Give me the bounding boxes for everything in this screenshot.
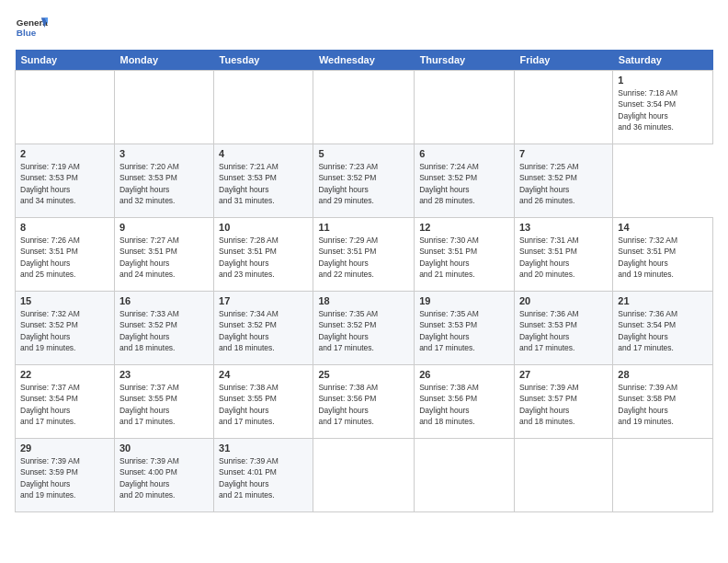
day-number: 6 — [419, 148, 509, 159]
empty-day-cell — [514, 71, 612, 144]
day-cell: 31 Sunrise: 7:39 AMSunset: 4:01 PMDaylig… — [214, 439, 313, 512]
calendar-body: 1 Sunrise: 7:18 AMSunset: 3:54 PMDayligh… — [16, 71, 713, 512]
day-number: 9 — [119, 222, 209, 233]
day-info: Sunrise: 7:19 AMSunset: 3:53 PMDaylight … — [20, 161, 109, 206]
day-cell: 2 Sunrise: 7:19 AMSunset: 3:53 PMDayligh… — [16, 144, 115, 218]
calendar-week-row: 29 Sunrise: 7:39 AMSunset: 3:59 PMDaylig… — [16, 439, 713, 512]
day-cell: 12 Sunrise: 7:30 AMSunset: 3:51 PMDaylig… — [415, 218, 515, 292]
day-info: Sunrise: 7:37 AMSunset: 3:55 PMDaylight … — [119, 382, 209, 427]
day-cell: 26 Sunrise: 7:38 AMSunset: 3:56 PMDaylig… — [415, 365, 515, 439]
calendar-week-row: 8 Sunrise: 7:26 AMSunset: 3:51 PMDayligh… — [16, 218, 713, 292]
day-cell: 18 Sunrise: 7:35 AMSunset: 3:52 PMDaylig… — [313, 292, 415, 365]
day-info: Sunrise: 7:27 AMSunset: 3:51 PMDaylight … — [119, 235, 209, 280]
day-info: Sunrise: 7:36 AMSunset: 3:53 PMDaylight … — [519, 308, 608, 353]
day-cell: 1 Sunrise: 7:18 AMSunset: 3:54 PMDayligh… — [613, 71, 713, 144]
day-cell: 15 Sunrise: 7:32 AMSunset: 3:52 PMDaylig… — [16, 292, 115, 365]
empty-day-cell — [16, 71, 115, 144]
day-info: Sunrise: 7:38 AMSunset: 3:56 PMDaylight … — [419, 382, 509, 427]
day-info: Sunrise: 7:35 AMSunset: 3:52 PMDaylight … — [318, 308, 409, 353]
day-number: 4 — [219, 148, 308, 159]
calendar-header-row: SundayMondayTuesdayWednesdayThursdayFrid… — [16, 50, 713, 71]
day-info: Sunrise: 7:37 AMSunset: 3:54 PMDaylight … — [20, 382, 109, 427]
empty-day-cell — [613, 439, 713, 512]
empty-day-cell — [313, 71, 415, 144]
empty-day-cell — [114, 71, 213, 144]
day-cell: 14 Sunrise: 7:32 AMSunset: 3:51 PMDaylig… — [613, 218, 713, 292]
day-info: Sunrise: 7:20 AMSunset: 3:53 PMDaylight … — [119, 161, 209, 206]
day-number: 25 — [318, 369, 409, 380]
day-cell: 30 Sunrise: 7:39 AMSunset: 4:00 PMDaylig… — [114, 439, 213, 512]
header: General Blue — [15, 11, 713, 44]
empty-day-cell — [415, 71, 515, 144]
day-info: Sunrise: 7:39 AMSunset: 4:00 PMDaylight … — [119, 455, 209, 500]
day-cell: 9 Sunrise: 7:27 AMSunset: 3:51 PMDayligh… — [114, 218, 213, 292]
day-number: 19 — [419, 295, 509, 306]
logo: General Blue — [15, 11, 48, 44]
day-number: 3 — [119, 148, 209, 159]
day-of-week-header: Tuesday — [214, 50, 313, 71]
calendar-week-row: 22 Sunrise: 7:37 AMSunset: 3:54 PMDaylig… — [16, 365, 713, 439]
day-of-week-header: Friday — [514, 50, 612, 71]
day-cell: 21 Sunrise: 7:36 AMSunset: 3:54 PMDaylig… — [613, 292, 713, 365]
day-info: Sunrise: 7:29 AMSunset: 3:51 PMDaylight … — [318, 235, 409, 280]
day-number: 11 — [318, 222, 409, 233]
day-info: Sunrise: 7:39 AMSunset: 3:59 PMDaylight … — [20, 455, 109, 500]
day-number: 14 — [618, 222, 708, 233]
day-cell: 16 Sunrise: 7:33 AMSunset: 3:52 PMDaylig… — [114, 292, 213, 365]
day-info: Sunrise: 7:39 AMSunset: 3:57 PMDaylight … — [519, 382, 608, 427]
day-number: 28 — [618, 369, 708, 380]
day-cell: 23 Sunrise: 7:37 AMSunset: 3:55 PMDaylig… — [114, 365, 213, 439]
day-number: 27 — [519, 369, 608, 380]
day-number: 5 — [318, 148, 409, 159]
day-number: 12 — [419, 222, 509, 233]
day-cell: 10 Sunrise: 7:28 AMSunset: 3:51 PMDaylig… — [214, 218, 313, 292]
day-cell: 7 Sunrise: 7:25 AMSunset: 3:52 PMDayligh… — [514, 144, 612, 218]
day-info: Sunrise: 7:30 AMSunset: 3:51 PMDaylight … — [419, 235, 509, 280]
day-info: Sunrise: 7:34 AMSunset: 3:52 PMDaylight … — [219, 308, 308, 353]
day-number: 20 — [519, 295, 608, 306]
page-container: General Blue SundayMondayTuesdayWednesda… — [0, 0, 728, 520]
day-info: Sunrise: 7:24 AMSunset: 3:52 PMDaylight … — [419, 161, 509, 206]
day-number: 1 — [618, 75, 708, 86]
day-number: 22 — [20, 369, 109, 380]
day-number: 16 — [119, 295, 209, 306]
day-info: Sunrise: 7:35 AMSunset: 3:53 PMDaylight … — [419, 308, 509, 353]
day-cell: 5 Sunrise: 7:23 AMSunset: 3:52 PMDayligh… — [313, 144, 415, 218]
day-of-week-header: Wednesday — [313, 50, 415, 71]
day-cell: 29 Sunrise: 7:39 AMSunset: 3:59 PMDaylig… — [16, 439, 115, 512]
day-info: Sunrise: 7:39 AMSunset: 3:58 PMDaylight … — [618, 382, 708, 427]
day-number: 23 — [119, 369, 209, 380]
day-info: Sunrise: 7:21 AMSunset: 3:53 PMDaylight … — [219, 161, 308, 206]
day-cell: 19 Sunrise: 7:35 AMSunset: 3:53 PMDaylig… — [415, 292, 515, 365]
calendar-week-row: 1 Sunrise: 7:18 AMSunset: 3:54 PMDayligh… — [16, 71, 713, 144]
day-number: 15 — [20, 295, 109, 306]
day-number: 24 — [219, 369, 308, 380]
day-cell: 28 Sunrise: 7:39 AMSunset: 3:58 PMDaylig… — [613, 365, 713, 439]
day-number: 8 — [20, 222, 109, 233]
day-number: 10 — [219, 222, 308, 233]
empty-day-cell — [415, 439, 515, 512]
day-cell: 6 Sunrise: 7:24 AMSunset: 3:52 PMDayligh… — [415, 144, 515, 218]
day-info: Sunrise: 7:32 AMSunset: 3:52 PMDaylight … — [20, 308, 109, 353]
day-cell: 8 Sunrise: 7:26 AMSunset: 3:51 PMDayligh… — [16, 218, 115, 292]
day-number: 30 — [119, 442, 209, 454]
day-cell: 3 Sunrise: 7:20 AMSunset: 3:53 PMDayligh… — [114, 144, 213, 218]
day-info: Sunrise: 7:28 AMSunset: 3:51 PMDaylight … — [219, 235, 308, 280]
day-cell: 13 Sunrise: 7:31 AMSunset: 3:51 PMDaylig… — [514, 218, 612, 292]
empty-day-cell — [514, 439, 612, 512]
day-info: Sunrise: 7:18 AMSunset: 3:54 PMDaylight … — [618, 87, 708, 132]
day-cell: 25 Sunrise: 7:38 AMSunset: 3:56 PMDaylig… — [313, 365, 415, 439]
day-of-week-header: Sunday — [16, 50, 115, 71]
day-info: Sunrise: 7:23 AMSunset: 3:52 PMDaylight … — [318, 161, 409, 206]
empty-day-cell — [313, 439, 415, 512]
day-number: 18 — [318, 295, 409, 306]
logo-icon: General Blue — [15, 11, 48, 44]
day-cell: 20 Sunrise: 7:36 AMSunset: 3:53 PMDaylig… — [514, 292, 612, 365]
day-info: Sunrise: 7:33 AMSunset: 3:52 PMDaylight … — [119, 308, 209, 353]
day-number: 7 — [519, 148, 608, 159]
day-cell: 4 Sunrise: 7:21 AMSunset: 3:53 PMDayligh… — [214, 144, 313, 218]
calendar-week-row: 15 Sunrise: 7:32 AMSunset: 3:52 PMDaylig… — [16, 292, 713, 365]
day-info: Sunrise: 7:26 AMSunset: 3:51 PMDaylight … — [20, 235, 109, 280]
day-info: Sunrise: 7:36 AMSunset: 3:54 PMDaylight … — [618, 308, 708, 353]
empty-day-cell — [214, 71, 313, 144]
